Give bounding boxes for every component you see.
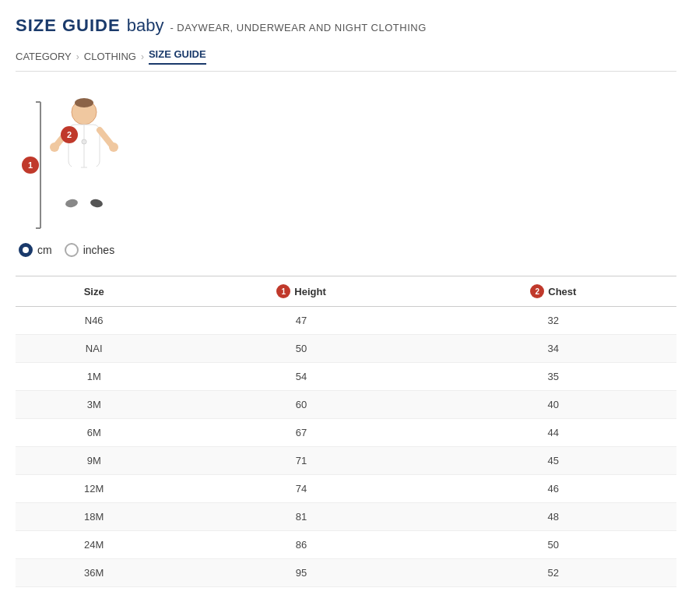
table-row: 3M6040 [16, 391, 676, 419]
cell-height: 47 [172, 307, 430, 335]
cell-size: 3M [16, 391, 172, 419]
cell-chest: 35 [430, 363, 676, 391]
title-baby: baby [127, 16, 164, 36]
baby-figure: 1 2 [45, 95, 123, 235]
cell-height: 81 [172, 503, 430, 531]
cell-size: 36M [16, 559, 172, 587]
svg-line-11 [73, 167, 76, 200]
page-wrapper: SIZE GUIDE baby - DAYWEAR, UNDERWEAR AND… [0, 0, 692, 603]
size-table: Size 1 Height 2 Chest N464732NAI50341M54… [16, 276, 676, 587]
unit-cm-option[interactable]: cm [19, 243, 52, 257]
cell-chest: 46 [430, 475, 676, 503]
unit-inches-option[interactable]: inches [65, 243, 114, 257]
cell-chest: 52 [430, 559, 676, 587]
svg-point-10 [109, 143, 118, 152]
table-header-row: Size 1 Height 2 Chest [16, 276, 676, 307]
table-row: N464732 [16, 307, 676, 335]
table-row: 9M7145 [16, 447, 676, 475]
breadcrumb-clothing[interactable]: CLOTHING [84, 51, 136, 62]
breadcrumb-category[interactable]: CATEGORY [16, 51, 72, 62]
cell-chest: 34 [430, 335, 676, 363]
title-size-guide: SIZE GUIDE [16, 16, 121, 36]
table-row: 6M6744 [16, 419, 676, 447]
table-row: 18M8148 [16, 503, 676, 531]
cell-height: 67 [172, 419, 430, 447]
cell-height: 74 [172, 475, 430, 503]
unit-toggle: cm inches [19, 243, 676, 257]
cm-radio-button[interactable] [19, 243, 33, 257]
cell-height: 86 [172, 531, 430, 559]
cell-chest: 32 [430, 307, 676, 335]
table-row: 1M5435 [16, 363, 676, 391]
cell-height: 54 [172, 363, 430, 391]
height-dot-icon: 1 [22, 157, 39, 174]
table-row: 36M9552 [16, 559, 676, 587]
inches-radio-button[interactable] [65, 243, 79, 257]
table-row: 24M8650 [16, 531, 676, 559]
breadcrumb-sep-1: › [76, 51, 79, 62]
svg-point-9 [50, 143, 59, 152]
cell-size: NAI [16, 335, 172, 363]
cell-size: N46 [16, 307, 172, 335]
baby-svg [45, 95, 123, 235]
cm-label: cm [37, 244, 52, 256]
cell-size: 24M [16, 531, 172, 559]
cell-chest: 50 [430, 531, 676, 559]
breadcrumb-sep-2: › [141, 51, 144, 62]
cell-size: 12M [16, 475, 172, 503]
figure-with-bracket: 1 2 [31, 95, 123, 235]
figure-area: 1 2 [31, 95, 676, 235]
height-badge: 1 [276, 284, 290, 298]
title-subtitle: - DAYWEAR, UNDERWEAR AND NIGHT CLOTHING [170, 22, 426, 33]
cell-height: 95 [172, 559, 430, 587]
cell-chest: 40 [430, 391, 676, 419]
cell-size: 18M [16, 503, 172, 531]
page-header: SIZE GUIDE baby - DAYWEAR, UNDERWEAR AND… [16, 16, 676, 36]
svg-line-12 [92, 167, 95, 200]
breadcrumb: CATEGORY › CLOTHING › SIZE GUIDE [16, 48, 676, 72]
cell-chest: 44 [430, 419, 676, 447]
table-header: Size 1 Height 2 Chest [16, 276, 676, 307]
cell-size: 9M [16, 447, 172, 475]
table-body: N464732NAI50341M54353M60406M67449M714512… [16, 307, 676, 587]
col-header-height: 1 Height [172, 276, 430, 307]
chest-badge: 2 [530, 284, 544, 298]
cell-chest: 48 [430, 503, 676, 531]
cell-size: 1M [16, 363, 172, 391]
cell-height: 60 [172, 391, 430, 419]
table-row: 12M7446 [16, 475, 676, 503]
cell-size: 6M [16, 419, 172, 447]
cell-height: 50 [172, 335, 430, 363]
svg-line-8 [100, 130, 112, 146]
svg-point-4 [75, 98, 93, 107]
col-header-size: Size [16, 276, 172, 307]
col-header-chest: 2 Chest [430, 276, 676, 307]
inches-label: inches [83, 244, 114, 256]
cell-height: 71 [172, 447, 430, 475]
breadcrumb-size-guide[interactable]: SIZE GUIDE [149, 48, 206, 65]
chest-dot-icon: 2 [61, 126, 78, 143]
cell-chest: 45 [430, 447, 676, 475]
table-row: NAI5034 [16, 335, 676, 363]
